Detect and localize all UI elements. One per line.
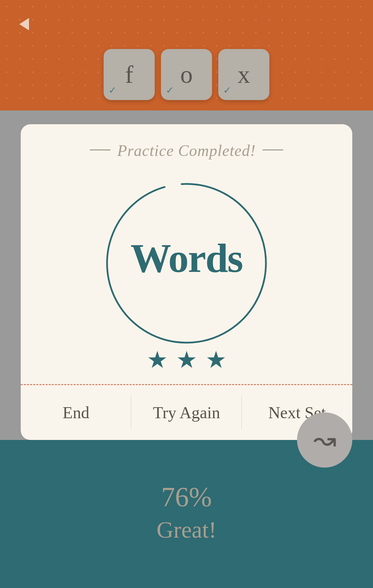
back-chevron-icon [19,18,29,30]
tile-x: x ✓ [218,49,269,100]
card-section: Practice Completed! Words ★ ★ ★ En [0,124,373,440]
grade-display: Great! [156,516,217,543]
tile-f-check: ✓ [108,85,116,96]
tile-x-check: ✓ [223,85,231,96]
words-logo-container: Words [97,174,276,353]
practice-completed-label: Practice Completed! [117,141,256,160]
tile-o-letter: o [180,62,193,87]
percentage-display: 76% [161,481,212,513]
tile-f-letter: f [125,62,133,87]
tile-o-check: ✓ [166,85,174,96]
divider-section [0,110,373,124]
tile-o: o ✓ [161,49,212,100]
top-section: f ✓ o ✓ x ✓ [0,0,373,110]
bottom-section: ↝ 76% Great! [0,440,373,564]
letter-tiles-row: f ✓ o ✓ x ✓ [104,49,269,100]
wavy-icon-button[interactable]: ↝ [297,412,352,468]
card-body: Practice Completed! Words ★ ★ ★ [21,124,352,384]
try-again-button[interactable]: Try Again [131,385,242,440]
wavy-icon: ↝ [313,426,336,454]
end-button[interactable]: End [21,385,131,440]
dash-right [262,149,283,150]
tile-f: f ✓ [104,49,155,100]
practice-completed-header: Practice Completed! [90,141,284,160]
back-button[interactable] [14,14,35,35]
dash-left [90,149,111,150]
tile-x-letter: x [238,62,250,87]
words-logo-text: Words [131,235,242,282]
completion-card: Practice Completed! Words ★ ★ ★ En [21,124,352,440]
